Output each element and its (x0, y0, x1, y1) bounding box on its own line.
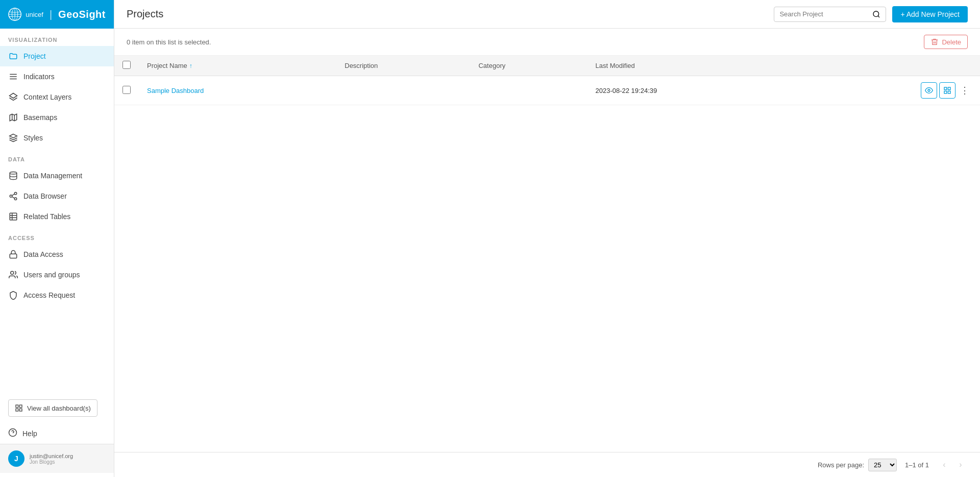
add-new-project-button[interactable]: + Add New Project (892, 6, 968, 22)
sidebar-item-data-management[interactable]: Data Management (0, 165, 114, 186)
sidebar-item-related-tables[interactable]: Related Tables (0, 206, 114, 227)
sidebar-bottom: View all dashboard(s) Help J justin@unic… (0, 393, 114, 477)
svg-rect-21 (10, 254, 17, 258)
svg-point-13 (10, 195, 12, 198)
th-actions (798, 56, 980, 76)
sidebar-item-data-access-label: Data Access (23, 250, 63, 258)
view-all-btn-label: View all dashboard(s) (27, 404, 91, 412)
sidebar-item-indicators-label: Indicators (23, 73, 55, 81)
sidebar-item-basemaps[interactable]: Basemaps (0, 107, 114, 128)
sidebar-item-context-layers-label: Context Layers (23, 93, 71, 101)
user-profile[interactable]: J justin@unicef.org Jon Bloggs (0, 444, 114, 473)
users-icon (8, 270, 18, 280)
layers-icon (8, 92, 18, 102)
th-description: Description (336, 56, 470, 76)
view-all-dashboards-button[interactable]: View all dashboard(s) (8, 399, 97, 417)
selection-bar: 0 item on this list is selected. Delete (114, 29, 980, 56)
svg-point-14 (14, 198, 17, 200)
row-name-cell: Sample Dashboard (139, 76, 336, 105)
th-checkbox (114, 56, 139, 76)
header-actions: + Add New Project (774, 6, 968, 22)
share-icon (8, 191, 18, 201)
help-icon (8, 428, 17, 439)
section-data-label: DATA (0, 148, 114, 165)
svg-point-22 (11, 271, 14, 274)
more-actions-button[interactable]: ⋮ (958, 83, 972, 98)
svg-point-31 (928, 89, 930, 91)
sidebar-item-project[interactable]: Project (0, 46, 114, 66)
row-category-cell (470, 76, 587, 105)
unicef-logo-icon (8, 7, 21, 21)
th-last-modified: Last Modified (587, 56, 798, 76)
svg-rect-35 (948, 91, 950, 93)
next-page-button[interactable]: › (953, 458, 968, 472)
sidebar: unicef | GeoSight VISUALIZATION Project … (0, 0, 114, 477)
sidebar-item-data-browser[interactable]: Data Browser (0, 186, 114, 206)
svg-rect-24 (19, 405, 22, 408)
table-wrapper: Project Name ↑ Description Category Last… (114, 56, 980, 452)
th-project-name-label: Project Name (147, 62, 187, 69)
content-area: 0 item on this list is selected. Delete (114, 29, 980, 477)
svg-point-12 (14, 193, 17, 195)
main-content: Projects + Add New Project 0 item on thi… (114, 0, 980, 477)
row-checkbox[interactable] (122, 86, 131, 94)
delete-icon (930, 38, 939, 46)
search-input[interactable] (779, 10, 869, 18)
select-all-checkbox[interactable] (122, 61, 131, 69)
th-category: Category (470, 56, 587, 76)
avatar: J (8, 450, 24, 467)
user-info: justin@unicef.org Jon Bloggs (30, 453, 73, 465)
sidebar-item-styles-label: Styles (23, 134, 43, 142)
sidebar-item-indicators[interactable]: Indicators (0, 66, 114, 87)
delete-btn-label: Delete (942, 38, 961, 46)
table-icon (8, 211, 18, 222)
pagination-range: 1–1 of 1 (905, 461, 929, 469)
row-actions-cell: ⋮ (798, 76, 980, 105)
sidebar-logo-divider: | (50, 9, 52, 20)
sidebar-item-project-label: Project (23, 52, 46, 60)
sidebar-item-data-browser-label: Data Browser (23, 192, 67, 200)
sidebar-item-data-access[interactable]: Data Access (0, 244, 114, 265)
main-header: Projects + Add New Project (114, 0, 980, 29)
table-body: Sample Dashboard 2023-08-22 19:24:39 (114, 76, 980, 105)
rows-per-page-select[interactable]: 10 25 50 100 (868, 459, 897, 471)
help-label: Help (22, 430, 37, 438)
sidebar-item-access-request[interactable]: Access Request (0, 285, 114, 305)
rows-per-page: Rows per page: 10 25 50 100 (818, 459, 897, 471)
prev-page-button[interactable]: ‹ (937, 458, 951, 472)
svg-rect-33 (948, 87, 950, 90)
database-icon (8, 171, 18, 181)
lock-icon (8, 249, 18, 259)
view-button[interactable] (921, 82, 937, 99)
edit-icon (943, 86, 951, 94)
delete-button[interactable]: Delete (924, 35, 968, 49)
sort-asc-icon: ↑ (189, 62, 192, 69)
sidebar-item-styles[interactable]: Styles (0, 128, 114, 148)
sidebar-item-users-groups[interactable]: Users and groups (0, 265, 114, 285)
page-title: Projects (127, 8, 163, 20)
th-project-name[interactable]: Project Name ↑ (139, 56, 336, 76)
search-icon (872, 10, 880, 18)
user-email: justin@unicef.org (30, 453, 73, 459)
section-access: ACCESS Data Access Users and groups (0, 227, 114, 305)
sidebar-item-help[interactable]: Help (0, 423, 114, 444)
rows-per-page-label: Rows per page: (818, 461, 864, 469)
user-role: Jon Bloggs (30, 459, 73, 465)
sidebar-logo-unicef: unicef (26, 11, 43, 18)
section-visualization: VISUALIZATION Project Indicators (0, 29, 114, 148)
project-link[interactable]: Sample Dashboard (147, 87, 204, 94)
pagination-bar: Rows per page: 10 25 50 100 1–1 of 1 ‹ › (114, 452, 980, 477)
pagination-nav: ‹ › (937, 458, 968, 472)
projects-table: Project Name ↑ Description Category Last… (114, 56, 980, 105)
search-box[interactable] (774, 7, 886, 22)
edit-button[interactable] (939, 82, 955, 99)
sidebar-item-context-layers[interactable]: Context Layers (0, 87, 114, 107)
sidebar-item-basemaps-label: Basemaps (23, 113, 57, 122)
sidebar-item-access-request-label: Access Request (23, 291, 75, 299)
svg-line-30 (878, 16, 880, 17)
sidebar-item-users-groups-label: Users and groups (23, 271, 80, 279)
shield-icon (8, 290, 18, 300)
list-icon (8, 71, 18, 82)
row-description-cell (336, 76, 470, 105)
sidebar-logo-product: GeoSight (58, 9, 106, 20)
